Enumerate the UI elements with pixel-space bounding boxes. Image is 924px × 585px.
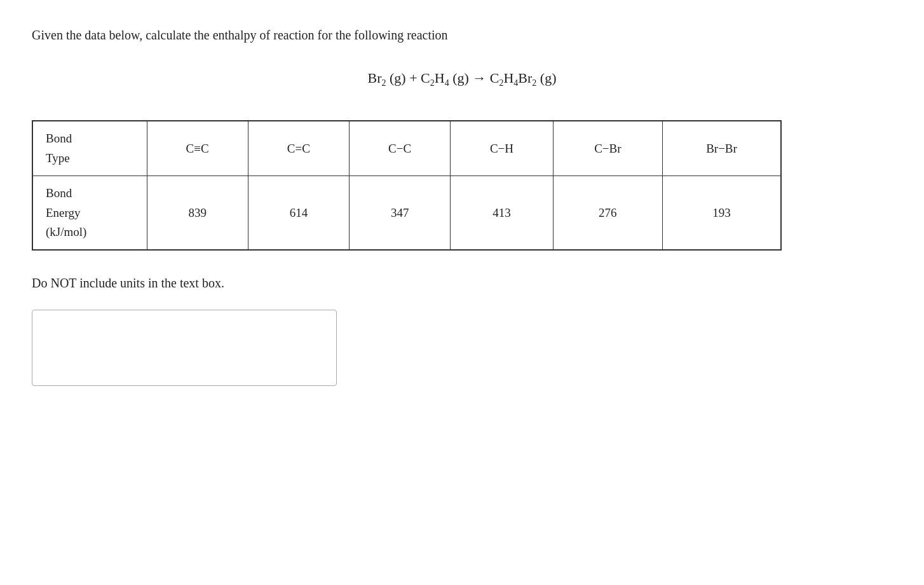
col-csingle-c: C−C (350, 121, 451, 176)
bond-type-header: BondType (32, 121, 147, 176)
energy-cbr: 276 (553, 176, 662, 251)
bond-energy-header: BondEnergy(kJ/mol) (32, 176, 147, 251)
col-brbr: Br−Br (663, 121, 782, 176)
reaction-equation: Br2 (g) + C2H4 (g) → C2H4Br2 (g) (32, 70, 892, 88)
table-row-energy: BondEnergy(kJ/mol) 839 614 347 413 276 1… (32, 176, 781, 251)
energy-ctriple-c: 839 (147, 176, 248, 251)
answer-input[interactable] (32, 310, 337, 386)
bond-energy-table: BondType C≡C C=C C−C C−H C−Br Br−Br Bond… (32, 120, 782, 251)
question-intro: Given the data below, calculate the enth… (32, 25, 604, 45)
energy-csingle-c: 347 (350, 176, 451, 251)
energy-brbr: 193 (663, 176, 782, 251)
energy-ch: 413 (451, 176, 553, 251)
col-ch: C−H (451, 121, 553, 176)
col-ctriple-c: C≡C (147, 121, 248, 176)
instruction-text: Do NOT include units in the text box. (32, 276, 892, 291)
col-cdouble-c: C=C (248, 121, 349, 176)
table-row-header: BondType C≡C C=C C−C C−H C−Br Br−Br (32, 121, 781, 176)
energy-cdouble-c: 614 (248, 176, 349, 251)
col-cbr: C−Br (553, 121, 662, 176)
